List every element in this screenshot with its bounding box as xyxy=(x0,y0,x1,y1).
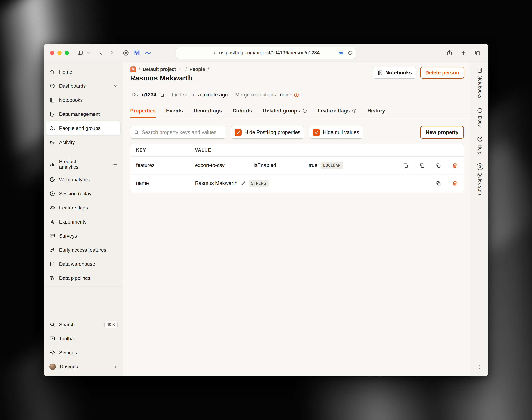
delete-person-button[interactable]: Delete person xyxy=(420,67,464,78)
sidebar-item-notebooks[interactable]: Notebooks xyxy=(46,93,120,107)
forward-button[interactable] xyxy=(107,48,116,58)
copy-icon[interactable] xyxy=(435,163,441,168)
checkbox-checked-icon[interactable] xyxy=(313,129,320,136)
privacy-extension-button[interactable] xyxy=(121,48,130,58)
tab-overview-button[interactable] xyxy=(473,48,482,58)
sidebar-item-settings[interactable]: Settings xyxy=(46,346,120,360)
close-window-button[interactable] xyxy=(50,51,54,55)
sidebar-item-dashboards[interactable]: Dashboards xyxy=(46,79,120,93)
property-value: Rasmus Makwarth xyxy=(195,180,238,186)
sidebar-item-toolbar[interactable]: Toolbar xyxy=(46,331,120,346)
sidebar-item-data-pipelines[interactable]: Data pipelines xyxy=(46,271,120,285)
sidebar-footer-nav: Search ⌘ K Toolbar Settings Rasmus xyxy=(46,317,120,374)
copy-icon[interactable] xyxy=(403,163,408,168)
property-search-box[interactable] xyxy=(130,126,226,139)
minimize-window-button[interactable] xyxy=(57,51,62,55)
chevron-down-icon[interactable] xyxy=(113,84,118,88)
sidebar-item-user[interactable]: Rasmus xyxy=(46,360,120,374)
info-circle-icon xyxy=(477,107,483,114)
sidebar-item-product-analytics[interactable]: Product analytics xyxy=(46,156,120,173)
lock-icon xyxy=(212,51,217,55)
rail-item-help[interactable]: Help xyxy=(477,136,483,154)
copy-icon[interactable] xyxy=(435,180,441,186)
property-search-input[interactable] xyxy=(142,130,223,135)
dashboard-gauge-icon xyxy=(49,83,55,89)
browser-window: M us.posthog.com/project/104196/person/u… xyxy=(43,44,489,376)
sidebar-item-feature-flags[interactable]: Feature flags xyxy=(46,201,120,215)
sidebar-item-data-warehouse[interactable]: Data warehouse xyxy=(46,257,120,271)
breadcrumb-people-link[interactable]: People xyxy=(189,67,205,72)
property-row-name: name Rasmus Makwarth STRING xyxy=(130,174,464,192)
notebooks-button[interactable]: Notebooks xyxy=(373,67,417,78)
sidebar-toggle-button[interactable] xyxy=(75,48,84,58)
rail-item-notebooks[interactable]: Notebooks xyxy=(477,67,483,98)
address-bar[interactable]: us.posthog.com/project/104196/person/u12… xyxy=(176,47,356,59)
sidebar-item-activity[interactable]: Activity xyxy=(46,135,120,149)
tab-events[interactable]: Events xyxy=(166,104,183,118)
info-icon xyxy=(352,108,357,113)
tab-cohorts[interactable]: Cohorts xyxy=(233,104,252,118)
breadcrumb-project-link[interactable]: Default project xyxy=(143,67,176,72)
help-circle-icon xyxy=(477,136,483,142)
rail-item-docs[interactable]: Docs xyxy=(477,107,483,127)
table-header-row: KEY VALUE xyxy=(130,144,464,156)
tab-feature-flags[interactable]: Feature flags xyxy=(318,104,357,118)
search-icon xyxy=(49,322,55,327)
chevron-left-icon xyxy=(98,50,104,56)
copy-icon[interactable] xyxy=(419,163,425,168)
delete-property-icon[interactable] xyxy=(452,180,458,186)
notebook-icon xyxy=(49,97,55,103)
gmail-extension-button[interactable]: M xyxy=(132,48,141,58)
org-badge[interactable]: M xyxy=(130,66,136,72)
merge-restrictions-label: Merge restrictions: xyxy=(235,92,277,98)
tab-history[interactable]: History xyxy=(367,104,385,118)
keyboard-shortcut-badge: ⌘ K xyxy=(104,321,118,328)
edit-pencil-icon[interactable] xyxy=(240,181,245,186)
sidebar-item-experiments[interactable]: Experiments xyxy=(46,215,120,229)
sidebar-item-home[interactable]: Home xyxy=(46,65,120,79)
merge-restrictions-value: none xyxy=(280,92,291,98)
rail-item-quick-start[interactable]: 3 Quick start xyxy=(476,163,483,195)
more-options-icon[interactable]: ⋮ xyxy=(476,365,484,376)
sidebar-item-people-and-groups[interactable]: People and groups xyxy=(46,121,120,135)
sidebar-item-web-analytics[interactable]: Web analytics xyxy=(46,173,120,187)
first-seen-value: a minute ago xyxy=(198,92,228,98)
flask-icon xyxy=(49,219,55,225)
sidebar-item-search[interactable]: Search ⌘ K xyxy=(46,317,120,331)
new-property-button[interactable]: New property xyxy=(420,126,464,139)
back-button[interactable] xyxy=(96,48,105,58)
share-button[interactable] xyxy=(445,48,454,58)
property-row-features: features export-to-csv isEnabled true BO… xyxy=(130,156,464,174)
extension-button[interactable] xyxy=(143,48,153,58)
new-tab-button[interactable] xyxy=(459,48,468,58)
tab-related-groups[interactable]: Related groups xyxy=(263,104,307,118)
hide-null-values-checkbox[interactable]: Hide null values xyxy=(309,126,363,139)
sidebar-item-session-replay[interactable]: Session replay xyxy=(46,187,120,201)
sidebar-item-data-management[interactable]: Data management xyxy=(46,107,120,121)
copy-icon[interactable] xyxy=(159,92,164,98)
checkbox-checked-icon[interactable] xyxy=(235,129,242,136)
plus-icon[interactable] xyxy=(113,162,118,167)
tab-properties[interactable]: Properties xyxy=(130,104,156,118)
gmail-m-icon: M xyxy=(133,49,141,56)
divider xyxy=(110,161,110,168)
info-icon[interactable] xyxy=(294,92,299,98)
zoom-window-button[interactable] xyxy=(65,51,69,55)
main-content: M / Default project / People / Rasmus Ma… xyxy=(123,62,471,376)
user-avatar xyxy=(49,363,56,370)
person-meta-row: IDs: u1234 First seen: a minute ago Merg… xyxy=(123,87,471,104)
chevron-down-icon[interactable] xyxy=(179,67,183,72)
reload-icon[interactable] xyxy=(348,50,353,56)
property-key: features xyxy=(136,163,155,168)
sidebar-item-early-access-features[interactable]: Early access features xyxy=(46,243,120,257)
sidebar-item-surveys[interactable]: Surveys xyxy=(46,229,120,243)
breadcrumb-separator: / xyxy=(139,67,140,72)
delete-property-icon[interactable] xyxy=(452,163,458,168)
tab-recordings[interactable]: Recordings xyxy=(194,104,222,118)
audio-mute-icon[interactable] xyxy=(338,50,344,56)
chevron-down-icon[interactable] xyxy=(86,51,91,55)
notebook-icon xyxy=(377,70,383,75)
sort-icon[interactable] xyxy=(149,148,154,152)
hide-posthog-properties-checkbox[interactable]: Hide PostHog properties xyxy=(231,126,304,139)
sidebar-nav: Home Dashboards Notebooks Data managemen… xyxy=(46,65,120,285)
